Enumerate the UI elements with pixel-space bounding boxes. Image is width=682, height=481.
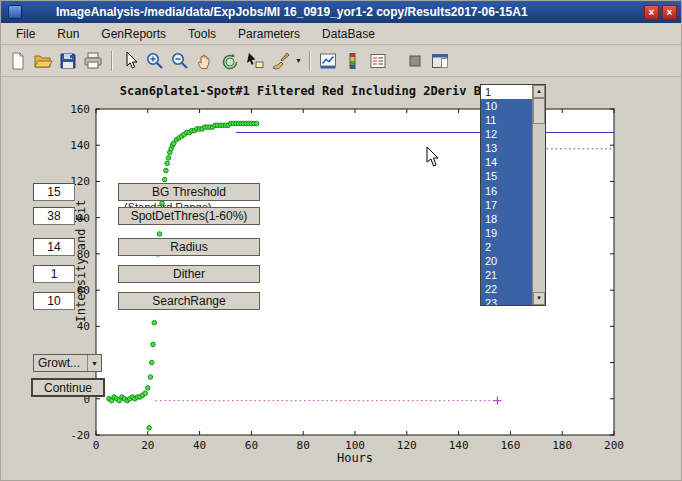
menu-run[interactable]: Run [46, 24, 90, 44]
parameter-row: SearchRange [33, 292, 260, 310]
plot-tools-icon[interactable] [428, 49, 452, 73]
parameter-row: Dither [33, 265, 260, 283]
list-item[interactable]: 11 [481, 113, 532, 127]
svg-text:140: 140 [70, 139, 90, 152]
svg-text:80: 80 [297, 439, 310, 452]
svg-text:Hours: Hours [337, 451, 373, 465]
spot-number-list[interactable]: 1 10 11 12 13 14 15 16 17 [480, 84, 546, 306]
svg-text:160: 160 [500, 439, 520, 452]
continue-button[interactable]: Continue [31, 378, 105, 397]
insert-legend-icon[interactable] [366, 49, 390, 73]
parameter-controls: BG Threshold SpotDetThres(1-60%) Radius … [33, 183, 260, 310]
list-current-value[interactable]: 1 [481, 85, 532, 99]
list-item[interactable]: 13 [481, 141, 532, 155]
menu-genreports[interactable]: GenReports [90, 24, 177, 44]
save-icon[interactable] [56, 49, 80, 73]
svg-text:20: 20 [141, 439, 154, 452]
print-icon[interactable] [81, 49, 105, 73]
brush-icon[interactable] [268, 49, 292, 73]
parameter-button[interactable]: SpotDetThres(1-60%) [118, 207, 260, 225]
parameter-input[interactable] [33, 265, 75, 283]
list-item[interactable]: 10 [481, 99, 532, 113]
parameter-row: SpotDetThres(1-60%) [33, 207, 260, 225]
minimize-button[interactable]: × [644, 5, 659, 20]
toolbar-separator [111, 51, 113, 71]
parameter-input[interactable] [33, 207, 75, 225]
rotate-3d-icon[interactable] [218, 49, 242, 73]
menu-bar: File Run GenReports Tools Parameters Dat… [1, 23, 681, 45]
scroll-thumb[interactable] [533, 98, 545, 124]
chevron-down-icon[interactable]: ▼ [87, 355, 101, 371]
parameter-button[interactable]: SearchRange [118, 292, 260, 310]
svg-text:160: 160 [70, 103, 90, 116]
svg-text:40: 40 [193, 439, 206, 452]
close-button[interactable]: × [662, 5, 677, 20]
menu-parameters[interactable]: Parameters [227, 24, 311, 44]
toolbar-separator [309, 51, 311, 71]
svg-text:Scan6plate1-Spot#1 Filtered Re: Scan6plate1-Spot#1 Filtered Red Includin… [120, 84, 488, 98]
zoom-in-icon[interactable] [143, 49, 167, 73]
parameter-button[interactable]: Dither [118, 265, 260, 283]
svg-text:60: 60 [245, 439, 258, 452]
parameter-row: Radius [33, 238, 260, 256]
data-cursor-icon[interactable] [243, 49, 267, 73]
list-item[interactable]: 17 [481, 198, 532, 212]
list-scrollbar[interactable]: ▲ ▼ [532, 85, 545, 305]
scroll-up-icon[interactable]: ▲ [533, 85, 545, 98]
svg-text:120: 120 [397, 439, 417, 452]
list-item[interactable]: 14 [481, 155, 532, 169]
app-window: ImageAnalysis-/media/data/ExpJobs/MI 16_… [0, 0, 682, 481]
list-item[interactable]: 19 [481, 226, 532, 240]
list-items: 10 11 12 13 14 15 16 17 18 19 [481, 99, 532, 305]
title-bar: ImageAnalysis-/media/data/ExpJobs/MI 16_… [1, 1, 681, 23]
list-item[interactable]: 23 [481, 296, 532, 305]
window-title: ImageAnalysis-/media/data/ExpJobs/MI 16_… [56, 5, 641, 19]
figure-area: 020406080100120140160180200-200204060801… [1, 77, 681, 480]
zoom-out-icon[interactable] [168, 49, 192, 73]
parameter-input[interactable] [33, 292, 75, 310]
insert-colorbar-icon[interactable] [341, 49, 365, 73]
list-item[interactable]: 15 [481, 169, 532, 183]
list-item[interactable]: 12 [481, 127, 532, 141]
menu-database[interactable]: DataBase [311, 24, 386, 44]
list-item[interactable]: 2 [481, 240, 532, 254]
open-folder-icon[interactable] [31, 49, 55, 73]
svg-text:0: 0 [93, 439, 100, 452]
link-plot-icon[interactable] [316, 49, 340, 73]
brush-menu-arrow-icon[interactable]: ▼ [293, 49, 304, 73]
toolbar: ▼ [1, 45, 681, 77]
menu-file[interactable]: File [5, 24, 46, 44]
svg-text:140: 140 [449, 439, 469, 452]
parameter-button[interactable]: Radius [118, 238, 260, 256]
parameter-input[interactable] [33, 183, 75, 201]
list-item[interactable]: 21 [481, 268, 532, 282]
list-item[interactable]: 16 [481, 184, 532, 198]
list-item[interactable]: 20 [481, 254, 532, 268]
svg-text:180: 180 [552, 439, 572, 452]
app-icon [8, 5, 22, 19]
list-item[interactable]: 22 [481, 282, 532, 296]
list-item[interactable]: 18 [481, 212, 532, 226]
new-file-icon[interactable] [6, 49, 30, 73]
menu-tools[interactable]: Tools [177, 24, 227, 44]
dock-figure-icon[interactable] [403, 49, 427, 73]
parameter-input[interactable] [33, 238, 75, 256]
pan-icon[interactable] [193, 49, 217, 73]
parameter-row: BG Threshold [33, 183, 260, 201]
mouse-cursor [426, 147, 440, 168]
pointer-icon[interactable] [118, 49, 142, 73]
svg-text:-20: -20 [70, 429, 90, 442]
growth-model-dropdown-label: Growt... [34, 356, 87, 370]
svg-text:200: 200 [604, 439, 624, 452]
scroll-down-icon[interactable]: ▼ [533, 292, 545, 305]
growth-model-dropdown[interactable]: Growt... ▼ [33, 354, 102, 372]
parameter-button[interactable]: BG Threshold [118, 183, 260, 201]
